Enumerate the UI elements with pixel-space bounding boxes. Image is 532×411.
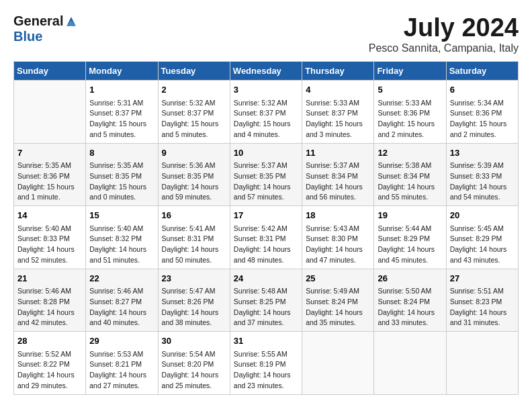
header-thursday: Thursday	[302, 62, 374, 81]
calendar-cell: 30Sunrise: 5:54 AMSunset: 8:20 PMDayligh…	[158, 332, 230, 395]
calendar-cell: 23Sunrise: 5:47 AMSunset: 8:26 PMDayligh…	[158, 269, 230, 332]
header-friday: Friday	[374, 62, 446, 81]
cell-info: Sunrise: 5:44 AMSunset: 8:29 PMDaylight:…	[378, 224, 442, 266]
day-number: 9	[162, 146, 226, 160]
cell-info: Sunrise: 5:32 AMSunset: 8:37 PMDaylight:…	[234, 98, 298, 140]
calendar-cell: 25Sunrise: 5:49 AMSunset: 8:24 PMDayligh…	[302, 269, 374, 332]
calendar-cell: 3Sunrise: 5:32 AMSunset: 8:37 PMDaylight…	[230, 81, 302, 144]
cell-info: Sunrise: 5:48 AMSunset: 8:25 PMDaylight:…	[234, 286, 298, 328]
page-header: General Blue July 2024 Pesco Sannita, Ca…	[13, 13, 519, 54]
calendar-cell: 16Sunrise: 5:41 AMSunset: 8:31 PMDayligh…	[158, 206, 230, 269]
day-number: 19	[378, 209, 442, 222]
cell-info: Sunrise: 5:52 AMSunset: 8:22 PMDaylight:…	[17, 349, 82, 392]
cell-info: Sunrise: 5:45 AMSunset: 8:29 PMDaylight:…	[450, 224, 515, 266]
cell-info: Sunrise: 5:49 AMSunset: 8:24 PMDaylight:…	[306, 286, 370, 328]
calendar-cell: 6Sunrise: 5:34 AMSunset: 8:36 PMDaylight…	[446, 81, 518, 144]
day-number: 3	[234, 83, 298, 97]
day-number: 7	[17, 146, 82, 160]
cell-info: Sunrise: 5:53 AMSunset: 8:21 PMDaylight:…	[89, 349, 154, 392]
calendar-cell: 18Sunrise: 5:43 AMSunset: 8:30 PMDayligh…	[302, 206, 374, 269]
cell-info: Sunrise: 5:46 AMSunset: 8:27 PMDaylight:…	[89, 286, 154, 328]
logo: General Blue	[13, 13, 78, 44]
day-number: 30	[162, 334, 226, 348]
calendar-cell: 12Sunrise: 5:38 AMSunset: 8:34 PMDayligh…	[374, 143, 446, 206]
cell-info: Sunrise: 5:46 AMSunset: 8:28 PMDaylight:…	[17, 286, 82, 328]
cell-info: Sunrise: 5:33 AMSunset: 8:37 PMDaylight:…	[306, 98, 370, 140]
calendar-header-row: SundayMondayTuesdayWednesdayThursdayFrid…	[14, 62, 519, 81]
header-saturday: Saturday	[446, 62, 518, 81]
day-number: 28	[17, 334, 82, 348]
calendar-cell: 5Sunrise: 5:33 AMSunset: 8:36 PMDaylight…	[374, 81, 446, 144]
calendar-week-3: 14Sunrise: 5:40 AMSunset: 8:33 PMDayligh…	[14, 206, 519, 269]
cell-info: Sunrise: 5:43 AMSunset: 8:30 PMDaylight:…	[306, 224, 370, 266]
cell-info: Sunrise: 5:55 AMSunset: 8:19 PMDaylight:…	[234, 349, 298, 392]
day-number: 2	[162, 83, 226, 97]
calendar-cell: 8Sunrise: 5:35 AMSunset: 8:35 PMDaylight…	[86, 143, 158, 206]
calendar-cell: 21Sunrise: 5:46 AMSunset: 8:28 PMDayligh…	[14, 269, 86, 332]
day-number: 10	[234, 146, 298, 160]
calendar-cell: 4Sunrise: 5:33 AMSunset: 8:37 PMDaylight…	[302, 81, 374, 144]
calendar-cell: 14Sunrise: 5:40 AMSunset: 8:33 PMDayligh…	[14, 206, 86, 269]
cell-info: Sunrise: 5:42 AMSunset: 8:31 PMDaylight:…	[234, 224, 298, 266]
calendar-cell	[302, 332, 374, 395]
calendar-cell: 10Sunrise: 5:37 AMSunset: 8:35 PMDayligh…	[230, 143, 302, 206]
day-number: 27	[450, 272, 515, 285]
calendar-cell: 20Sunrise: 5:45 AMSunset: 8:29 PMDayligh…	[446, 206, 518, 269]
day-number: 23	[162, 272, 226, 285]
cell-info: Sunrise: 5:35 AMSunset: 8:36 PMDaylight:…	[17, 161, 82, 203]
cell-info: Sunrise: 5:41 AMSunset: 8:31 PMDaylight:…	[162, 224, 226, 266]
calendar-week-5: 28Sunrise: 5:52 AMSunset: 8:22 PMDayligh…	[14, 332, 519, 395]
day-number: 5	[378, 83, 442, 97]
calendar-week-2: 7Sunrise: 5:35 AMSunset: 8:36 PMDaylight…	[14, 143, 519, 206]
day-number: 12	[378, 146, 442, 160]
day-number: 31	[234, 334, 298, 348]
cell-info: Sunrise: 5:33 AMSunset: 8:36 PMDaylight:…	[378, 98, 442, 140]
cell-info: Sunrise: 5:37 AMSunset: 8:34 PMDaylight:…	[306, 161, 370, 203]
cell-info: Sunrise: 5:47 AMSunset: 8:26 PMDaylight:…	[162, 286, 226, 328]
cell-info: Sunrise: 5:36 AMSunset: 8:35 PMDaylight:…	[162, 161, 226, 203]
calendar-cell: 7Sunrise: 5:35 AMSunset: 8:36 PMDaylight…	[14, 143, 86, 206]
calendar-cell: 9Sunrise: 5:36 AMSunset: 8:35 PMDaylight…	[158, 143, 230, 206]
day-number: 8	[89, 146, 154, 160]
calendar-cell: 31Sunrise: 5:55 AMSunset: 8:19 PMDayligh…	[230, 332, 302, 395]
calendar-cell: 11Sunrise: 5:37 AMSunset: 8:34 PMDayligh…	[302, 143, 374, 206]
header-sunday: Sunday	[14, 62, 86, 81]
day-number: 14	[17, 209, 82, 222]
calendar-cell	[14, 81, 86, 144]
cell-info: Sunrise: 5:32 AMSunset: 8:37 PMDaylight:…	[162, 98, 226, 140]
cell-info: Sunrise: 5:37 AMSunset: 8:35 PMDaylight:…	[234, 161, 298, 203]
logo-general-text: General	[13, 13, 63, 29]
day-number: 24	[234, 272, 298, 285]
cell-info: Sunrise: 5:54 AMSunset: 8:20 PMDaylight:…	[162, 349, 226, 392]
calendar-cell	[374, 332, 446, 395]
calendar-cell: 24Sunrise: 5:48 AMSunset: 8:25 PMDayligh…	[230, 269, 302, 332]
cell-info: Sunrise: 5:40 AMSunset: 8:33 PMDaylight:…	[17, 224, 82, 266]
day-number: 25	[306, 272, 370, 285]
title-area: July 2024 Pesco Sannita, Campania, Italy	[369, 13, 519, 54]
logo-blue-text: Blue	[13, 29, 42, 44]
day-number: 16	[162, 209, 226, 222]
day-number: 22	[89, 272, 154, 285]
calendar-cell: 29Sunrise: 5:53 AMSunset: 8:21 PMDayligh…	[86, 332, 158, 395]
calendar-cell: 26Sunrise: 5:50 AMSunset: 8:24 PMDayligh…	[374, 269, 446, 332]
day-number: 29	[89, 334, 154, 348]
calendar-week-1: 1Sunrise: 5:31 AMSunset: 8:37 PMDaylight…	[14, 81, 519, 144]
calendar-cell: 28Sunrise: 5:52 AMSunset: 8:22 PMDayligh…	[14, 332, 86, 395]
cell-info: Sunrise: 5:50 AMSunset: 8:24 PMDaylight:…	[378, 286, 442, 328]
day-number: 21	[17, 272, 82, 285]
day-number: 1	[89, 83, 154, 97]
cell-info: Sunrise: 5:40 AMSunset: 8:32 PMDaylight:…	[89, 224, 154, 266]
calendar-cell: 19Sunrise: 5:44 AMSunset: 8:29 PMDayligh…	[374, 206, 446, 269]
cell-info: Sunrise: 5:35 AMSunset: 8:35 PMDaylight:…	[89, 161, 154, 203]
calendar-cell	[446, 332, 518, 395]
cell-info: Sunrise: 5:38 AMSunset: 8:34 PMDaylight:…	[378, 161, 442, 203]
calendar-cell: 13Sunrise: 5:39 AMSunset: 8:33 PMDayligh…	[446, 143, 518, 206]
calendar-cell: 22Sunrise: 5:46 AMSunset: 8:27 PMDayligh…	[86, 269, 158, 332]
day-number: 4	[306, 83, 370, 97]
cell-info: Sunrise: 5:51 AMSunset: 8:23 PMDaylight:…	[450, 286, 515, 328]
day-number: 11	[306, 146, 370, 160]
logo-icon	[64, 15, 78, 28]
day-number: 13	[450, 146, 515, 160]
calendar-cell: 2Sunrise: 5:32 AMSunset: 8:37 PMDaylight…	[158, 81, 230, 144]
header-tuesday: Tuesday	[158, 62, 230, 81]
